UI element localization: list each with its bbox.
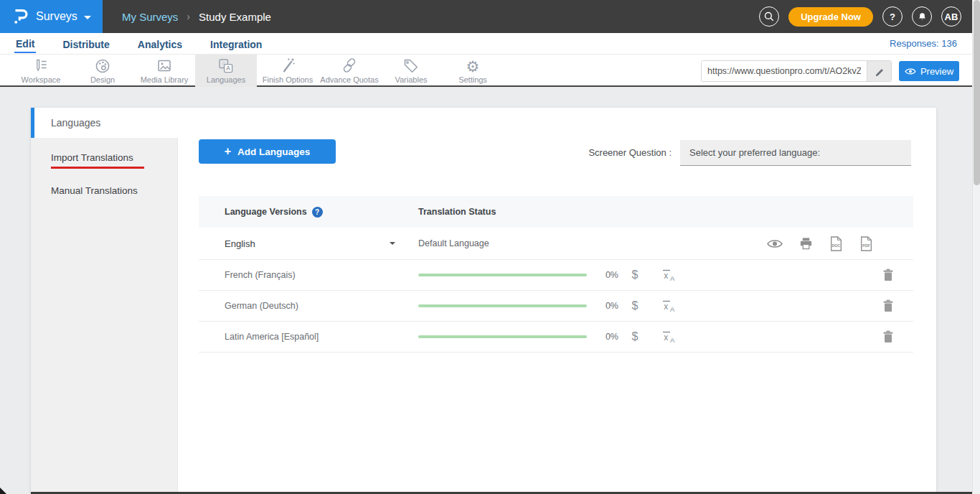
- toolbar-items: Workspace Design Media Library: [10, 55, 504, 87]
- delete-trash-icon[interactable]: [882, 269, 894, 281]
- column-translation-status: Translation Status: [418, 207, 913, 217]
- scrollbar-thumb[interactable]: [974, 0, 980, 185]
- chevron-down-icon[interactable]: [390, 242, 395, 245]
- view-eye-icon[interactable]: [767, 238, 783, 249]
- auto-translate-icon[interactable]: xA: [651, 268, 686, 282]
- paid-translation-icon[interactable]: $: [618, 269, 651, 281]
- bell-icon: [917, 11, 928, 22]
- top-bar: Surveys My Surveys › Study Example Upgra…: [0, 0, 980, 33]
- tab-integration[interactable]: Integration: [209, 36, 263, 52]
- export-doc-icon[interactable]: DOC: [829, 236, 843, 251]
- tab-analytics[interactable]: Analytics: [136, 36, 184, 52]
- questionpro-logo-icon: [10, 6, 30, 27]
- svg-text:x: x: [664, 302, 668, 312]
- toolbar-item-label: Media Library: [141, 75, 189, 84]
- sidebar-item-label: Import Translations: [51, 152, 133, 163]
- tab-edit[interactable]: Edit: [14, 35, 36, 53]
- translation-percent: 0%: [587, 301, 618, 311]
- toolbar-item-settings[interactable]: ⚙ Settings: [442, 55, 504, 87]
- survey-url-input[interactable]: [702, 61, 867, 81]
- toolbar-item-languages[interactable]: ☆ A Languages: [195, 55, 257, 87]
- link-icon: [341, 57, 358, 75]
- upgrade-now-button[interactable]: Upgrade Now: [788, 7, 873, 27]
- column-label: Translation Status: [418, 207, 496, 217]
- svg-text:A: A: [670, 274, 675, 282]
- tabs-row: Edit Distribute Analytics Integration Re…: [0, 33, 980, 55]
- magic-wand-icon: [279, 57, 296, 75]
- breadcrumb: My Surveys › Study Example: [122, 0, 271, 33]
- toolbar-item-workspace[interactable]: Workspace: [10, 55, 72, 87]
- auto-translate-icon[interactable]: xA: [651, 330, 686, 344]
- delete-trash-icon[interactable]: [882, 299, 894, 312]
- languages-card: Languages Import Translations Manual Tra…: [31, 108, 936, 494]
- gear-icon: ⚙: [466, 57, 480, 75]
- preview-label: Preview: [920, 66, 953, 77]
- languages-table: Language Versions ? Translation Status E…: [199, 196, 913, 353]
- avatar[interactable]: AB: [941, 6, 961, 27]
- annotation-underline: [51, 167, 144, 169]
- surveys-menu[interactable]: Surveys: [0, 0, 103, 33]
- search-icon: [763, 11, 775, 22]
- table-header-row: Language Versions ? Translation Status: [199, 196, 913, 228]
- image-icon: [156, 57, 173, 75]
- toolbar-item-label: Languages: [207, 75, 245, 84]
- toolbar-item-label: Workspace: [22, 75, 61, 84]
- toolbar-item-media-library[interactable]: Media Library: [133, 55, 195, 87]
- paid-translation-icon[interactable]: $: [618, 299, 651, 312]
- svg-text:A: A: [670, 336, 675, 344]
- sidebar-item-import-translations[interactable]: Import Translations: [51, 152, 144, 169]
- pencil-icon: [875, 66, 885, 76]
- responses-count[interactable]: Responses: 136: [890, 38, 957, 49]
- toolbar-item-label: Finish Options: [263, 75, 313, 84]
- default-language-label: Default Language: [418, 238, 489, 248]
- help-button[interactable]: ?: [882, 6, 903, 27]
- table-row-german: German (Deutsch) 0% $ xA: [199, 291, 913, 322]
- translation-percent: 0%: [587, 270, 618, 280]
- preview-button[interactable]: Preview: [899, 61, 959, 81]
- paid-translation-icon[interactable]: $: [618, 330, 651, 343]
- active-accent-bar: [31, 108, 34, 138]
- plus-icon: +: [225, 145, 231, 158]
- breadcrumb-separator: ›: [187, 11, 190, 22]
- toolbar: Workspace Design Media Library: [0, 55, 980, 87]
- breadcrumb-current: Study Example: [199, 11, 271, 23]
- auto-translate-icon[interactable]: xA: [651, 299, 686, 313]
- scrollbar-track: [972, 0, 980, 494]
- mouse-cursor: [0, 488, 6, 494]
- toolbar-item-label: Settings: [458, 75, 487, 84]
- sidebar-item-manual-translations[interactable]: Manual Translations: [51, 185, 138, 196]
- tab-distribute[interactable]: Distribute: [61, 36, 110, 52]
- svg-text:A: A: [226, 65, 230, 72]
- topbar-actions: Upgrade Now ? AB: [759, 0, 961, 33]
- screener-question-select[interactable]: Select your preferred language:: [680, 140, 911, 166]
- table-row-french: French (Français) 0% $ xA: [199, 260, 913, 291]
- default-row-actions: DOC PDF: [767, 236, 873, 251]
- translate-icon: ☆ A: [217, 57, 235, 75]
- delete-trash-icon[interactable]: [882, 330, 894, 343]
- main-content: + Add Languages Screener Question : Sele…: [178, 108, 936, 494]
- search-button[interactable]: [759, 6, 779, 27]
- toolbar-item-advance-quotas[interactable]: Advance Quotas: [319, 55, 380, 87]
- tag-icon: [402, 57, 420, 75]
- toolbar-item-label: Variables: [395, 75, 427, 84]
- sidebar-header: Languages: [31, 108, 178, 138]
- breadcrumb-my-surveys[interactable]: My Surveys: [122, 11, 178, 23]
- survey-url-box: [701, 60, 892, 82]
- translation-progress-bar: [418, 274, 587, 276]
- toolbar-item-finish-options[interactable]: Finish Options: [257, 55, 319, 87]
- print-icon[interactable]: [799, 237, 813, 250]
- export-pdf-icon[interactable]: PDF: [859, 236, 873, 251]
- translation-percent: 0%: [587, 332, 618, 342]
- sidebar-title: Languages: [51, 108, 100, 138]
- table-row-default: English Default Language: [199, 228, 913, 260]
- sidebar: Import Translations Manual Translations: [31, 138, 178, 494]
- translation-progress-bar: [418, 304, 587, 307]
- notifications-button[interactable]: [912, 6, 932, 27]
- column-language-versions: Language Versions ?: [199, 207, 418, 218]
- help-icon[interactable]: ?: [312, 207, 323, 218]
- edit-url-button[interactable]: [867, 61, 891, 81]
- svg-text:A: A: [670, 305, 675, 313]
- toolbar-item-variables[interactable]: Variables: [380, 55, 442, 87]
- toolbar-item-design[interactable]: Design: [72, 55, 133, 87]
- add-languages-button[interactable]: + Add Languages: [199, 139, 336, 164]
